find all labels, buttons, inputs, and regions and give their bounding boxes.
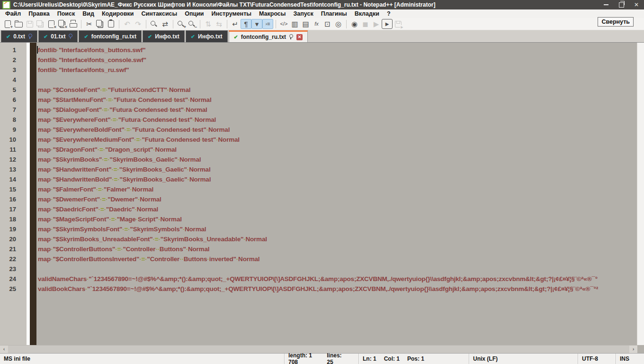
editor-row: 20map·"$SkyrimBooks_UnreadableFont"·=·"S… [0, 234, 637, 244]
word-wrap-icon[interactable]: ↵ [230, 19, 241, 29]
document-list-icon[interactable]: ▤ [300, 19, 311, 29]
menu-item[interactable]: Синтаксисы [138, 9, 181, 18]
close-all-icon[interactable]: × [57, 19, 68, 29]
editor-line[interactable]: map·"$EverywhereBoldFont"·=·"Futura·Cond… [16, 125, 637, 135]
minimize-button[interactable] [599, 0, 614, 9]
menu-item[interactable]: Кодировки [98, 9, 138, 18]
vertical-scrollbar[interactable] [637, 43, 644, 345]
eye-icon[interactable]: ◎ [333, 19, 344, 29]
menu-bar: ФайлПравкаПоискВидКодировкиСинтаксисыОпц… [0, 9, 644, 18]
menu-item[interactable]: Плагины [317, 9, 351, 18]
editor-line[interactable]: map·"$ControllerButtons"·=·"Controller··… [16, 244, 637, 254]
tab-Инфо.txt[interactable]: ✔Инфо.txt [186, 30, 228, 42]
close-tab-icon[interactable]: ✕ [296, 34, 303, 40]
editor-line[interactable]: validBookChars·"`1234567890=~!@#$%^&amp;… [16, 284, 637, 294]
menu-item[interactable]: Файл [1, 9, 25, 18]
show-all-chars-icon[interactable]: ¶ [241, 19, 251, 29]
tab-01.txt[interactable]: ✔01.txt [38, 30, 78, 42]
function-list-icon[interactable]: fx [311, 19, 322, 29]
menu-item[interactable]: Запуск [289, 9, 317, 18]
editor-line[interactable]: map·"$FalmerFont"·=·"Falmer"·Normal [16, 184, 637, 194]
close-file-icon[interactable]: × [46, 19, 57, 29]
menu-item[interactable]: ? [383, 9, 394, 18]
status-doc-type: MS ini file [0, 354, 284, 364]
line-number: 14 [0, 174, 16, 184]
editor-line[interactable]: map·"$DialogueFont"·=·"Futura·Condensed·… [16, 105, 637, 115]
open-file-icon[interactable] [13, 19, 24, 29]
editor-line[interactable]: map·"$EverywhereMediumFont"·=·"Futura·Co… [16, 135, 637, 145]
editor-line[interactable]: map·"$DaedricFont"·=·"Daedric"·Normal [16, 204, 637, 214]
editor-line[interactable]: fontlib·"Interface\fonts_buttons.swf" [16, 45, 637, 55]
collapse-button[interactable]: Свернуть [598, 17, 634, 27]
menu-item[interactable]: Вкладки [351, 9, 383, 18]
close-button[interactable]: ✕ [629, 0, 644, 9]
line-number: 22 [0, 254, 16, 264]
document-map-icon[interactable]: ▥ [289, 19, 300, 29]
editor-line[interactable] [16, 264, 637, 274]
tab-0.txt[interactable]: ✔0.txt [1, 30, 37, 42]
pin-icon[interactable] [69, 34, 72, 37]
menu-item[interactable]: Правка [25, 9, 53, 18]
tab-fontconfig_ru.txt[interactable]: ✔fontconfig_ru.txt [79, 30, 142, 42]
line-number: 12 [0, 155, 16, 164]
editor-line[interactable]: map·"$HandwrittenBold"·=·"SkyrimBooks_Ga… [16, 174, 637, 184]
editor-line[interactable]: map·"$StartMenuFont"·=·"Futura·Condensed… [16, 95, 637, 105]
close-file-icon-badge: × [54, 25, 57, 29]
editor-text-area[interactable]: 1fontlib·"Interface\fonts_buttons.swf"2f… [0, 43, 637, 294]
editor[interactable]: 1fontlib·"Interface\fonts_buttons.swf"2f… [0, 43, 644, 353]
editor-line[interactable]: validNameChars·"`1234567890=~!@#$%^&amp;… [16, 274, 637, 284]
menu-item[interactable]: Инструменты [208, 9, 255, 18]
macro-run-multiple-icon[interactable]: ▶ [382, 19, 393, 29]
tab-label: fontconfig_ru.txt [91, 33, 136, 40]
zoom-in-icon-badge: + [183, 25, 187, 29]
editor-line[interactable]: fontlib·"Interface\fonts_console.swf" [16, 55, 637, 65]
pin-icon[interactable] [289, 34, 293, 38]
indent-guide-icon[interactable]: ›≡ [262, 19, 273, 29]
editor-line[interactable]: map·"$SkyrimSymbolsFont"·=·"SkyrimSymbol… [16, 224, 637, 234]
editor-line[interactable]: map·"$HandwrittenFont"·=·"SkyrimBooks_Ga… [16, 164, 637, 174]
editor-line[interactable]: map·"$MageScriptFont"·=·"Mage·Script"·No… [16, 214, 637, 224]
editor-line[interactable]: map·"$ConsoleFont"·=·"FuturisXCondCTT"·N… [16, 85, 637, 95]
line-number: 6 [0, 95, 16, 105]
tab-fontconfig_ru.txt[interactable]: ✔fontconfig_ru.txt✕ [229, 30, 308, 42]
toolbar-separator [227, 20, 227, 28]
restore-button[interactable] [614, 0, 629, 9]
macro-play-icon: ▶ [371, 19, 382, 29]
scroll-left-arrow-icon[interactable]: ‹ [0, 346, 8, 353]
copy-icon[interactable] [95, 19, 106, 29]
menu-item[interactable]: Поиск [54, 9, 79, 18]
toolbar-separator [346, 20, 347, 28]
search-icon[interactable] [149, 19, 160, 29]
editor-line[interactable]: map·"$SkyrimBooks"·=·"SkyrimBooks_Gaelic… [16, 155, 637, 164]
zoom-out-icon[interactable]: − [187, 19, 197, 29]
cut-icon[interactable]: ✂ [84, 19, 95, 29]
menu-item[interactable]: Макросы [255, 9, 290, 18]
encoding-label: UTF-8 [582, 355, 598, 362]
status-encoding[interactable]: UTF-8 [578, 354, 616, 364]
editor-line[interactable]: map·"$EverywhereFont"·=·"Futura·Condense… [16, 115, 637, 125]
menu-item[interactable]: Вид [79, 9, 98, 18]
paste-icon[interactable] [106, 19, 116, 29]
tab-label: 0.txt [13, 33, 25, 40]
new-file-icon[interactable]: + [2, 19, 13, 29]
editor-line[interactable]: fontlib·"Interface\fonts_ru.swf" [16, 65, 637, 75]
editor-line[interactable]: map·"$SkyrimBooks_UnreadableFont"·=·"Sky… [16, 234, 637, 244]
pin-icon[interactable] [28, 34, 32, 37]
editor-line[interactable] [16, 75, 637, 85]
status-eol-format[interactable]: Unix (LF) [469, 354, 578, 364]
replace-icon[interactable]: ⇄ [160, 19, 170, 29]
editor-line[interactable]: map·"$DragonFont"·=·"Dragon_script"·Norm… [16, 145, 637, 155]
macro-record-icon[interactable]: ◉ [349, 19, 360, 29]
monitoring-icon[interactable]: ⊡ [322, 19, 333, 29]
show-all-chars-dropdown-icon[interactable]: ▾ [251, 19, 262, 29]
editor-line[interactable]: map·"$ControllerButtonsInverted"·=·"Cont… [16, 254, 637, 264]
status-insert-mode[interactable]: INS [616, 354, 638, 364]
menu-item[interactable]: Опции [181, 9, 207, 18]
tab-Инфо.txt[interactable]: ✔Инфо.txt [143, 30, 185, 42]
print-icon[interactable] [68, 19, 79, 29]
user-defined-language-icon[interactable]: </> [278, 19, 289, 29]
length-label: length: 1 708 [288, 352, 319, 364]
zoom-in-icon[interactable]: + [176, 19, 187, 29]
scroll-right-arrow-icon[interactable]: › [629, 346, 637, 353]
editor-line[interactable]: map·"$DwemerFont"·=·"Dwemer"·Normal [16, 194, 637, 204]
